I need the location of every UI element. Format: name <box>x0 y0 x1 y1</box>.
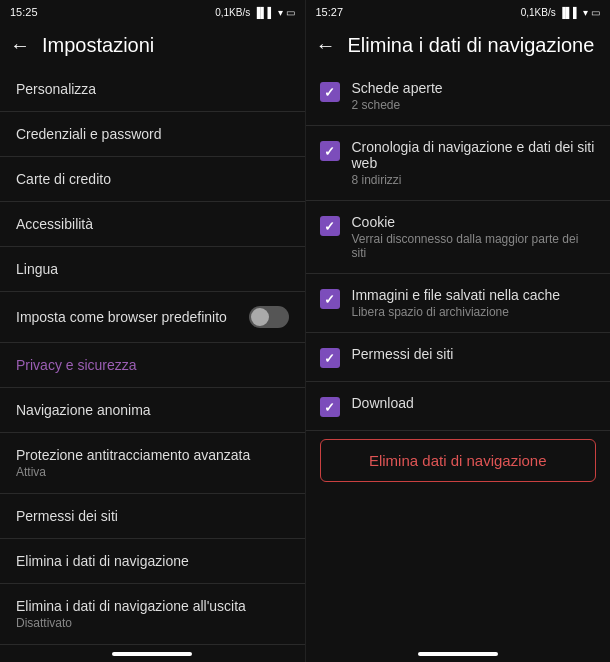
sidebar-item-protezione[interactable]: Protezione antitracciamento avanzata Att… <box>0 433 305 493</box>
right-back-button[interactable]: ← <box>316 34 336 57</box>
delete-navigation-data-button[interactable]: Elimina dati di navigazione <box>320 439 597 482</box>
checkbox-cronologia[interactable]: Cronologia di navigazione e dati dei sit… <box>306 126 611 200</box>
sidebar-item-permessi-siti[interactable]: Permessi dei siti <box>0 494 305 538</box>
checkbox-immagini-cache[interactable]: Immagini e file salvati nella cache Libe… <box>306 274 611 332</box>
right-signal-icon: ▐▌▌ <box>559 7 580 18</box>
right-status-icons: 0,1KB/s ▐▌▌ ▾ ▭ <box>521 7 600 18</box>
left-status-icons: 0,1KB/s ▐▌▌ ▾ ▭ <box>215 7 294 18</box>
checkbox-schede-aperte[interactable]: Schede aperte 2 schede <box>306 67 611 125</box>
right-status-bar: 15:27 0,1KB/s ▐▌▌ ▾ ▭ <box>306 0 611 24</box>
right-panel: 15:27 0,1KB/s ▐▌▌ ▾ ▭ ← Elimina i dati d… <box>306 0 611 662</box>
right-bottom-bar <box>418 652 498 656</box>
left-panel-title: Impostazioni <box>42 34 154 57</box>
left-panel: 15:25 0,1KB/s ▐▌▌ ▾ ▭ ← Impostazioni Per… <box>0 0 306 662</box>
sidebar-item-personalizza[interactable]: Personalizza <box>0 67 305 111</box>
signal-icon: ▐▌▌ <box>253 7 274 18</box>
checkbox-schede-aperte-box[interactable] <box>320 82 340 102</box>
sidebar-item-elimina-dati[interactable]: Elimina i dati di navigazione <box>0 539 305 583</box>
checkbox-cookie[interactable]: Cookie Verrai disconnesso dalla maggior … <box>306 201 611 273</box>
sidebar-item-credenziali[interactable]: Credenziali e password <box>0 112 305 156</box>
sidebar-item-elimina-dati-uscita[interactable]: Elimina i dati di navigazione all'uscita… <box>0 584 305 644</box>
checkbox-immagini-cache-box[interactable] <box>320 289 340 309</box>
right-battery-icon: ▭ <box>591 7 600 18</box>
left-bottom-bar <box>112 652 192 656</box>
checkbox-download-box[interactable] <box>320 397 340 417</box>
right-data-speed: 0,1KB/s <box>521 7 556 18</box>
sidebar-item-lingua[interactable]: Lingua <box>0 247 305 291</box>
left-menu-list: Personalizza Credenziali e password Cart… <box>0 67 305 646</box>
right-wifi-icon: ▾ <box>583 7 588 18</box>
sidebar-item-privacy-sicurezza[interactable]: Privacy e sicurezza <box>0 343 305 387</box>
left-header: ← Impostazioni <box>0 24 305 67</box>
sidebar-item-carte[interactable]: Carte di credito <box>0 157 305 201</box>
left-data-speed: 0,1KB/s <box>215 7 250 18</box>
sidebar-item-notifiche[interactable]: Notifiche <box>0 645 305 646</box>
browser-predefinito-toggle[interactable] <box>249 306 289 328</box>
right-checkbox-list: Schede aperte 2 schede Cronologia di nav… <box>306 67 611 646</box>
sidebar-item-navigazione-anonima[interactable]: Navigazione anonima <box>0 388 305 432</box>
checkbox-download[interactable]: Download <box>306 382 611 430</box>
sidebar-item-accessibilita[interactable]: Accessibilità <box>0 202 305 246</box>
right-panel-title: Elimina i dati di navigazione <box>348 34 595 57</box>
left-status-time: 15:25 <box>10 6 38 18</box>
left-back-button[interactable]: ← <box>10 34 30 57</box>
wifi-icon: ▾ <box>278 7 283 18</box>
checkbox-cookie-box[interactable] <box>320 216 340 236</box>
sidebar-item-browser-predefinito[interactable]: Imposta come browser predefinito <box>0 292 305 342</box>
right-header: ← Elimina i dati di navigazione <box>306 24 611 67</box>
checkbox-permessi-siti[interactable]: Permessi dei siti <box>306 333 611 381</box>
checkbox-permessi-siti-box[interactable] <box>320 348 340 368</box>
checkbox-cronologia-box[interactable] <box>320 141 340 161</box>
battery-icon: ▭ <box>286 7 295 18</box>
left-status-bar: 15:25 0,1KB/s ▐▌▌ ▾ ▭ <box>0 0 305 24</box>
right-status-time: 15:27 <box>316 6 344 18</box>
